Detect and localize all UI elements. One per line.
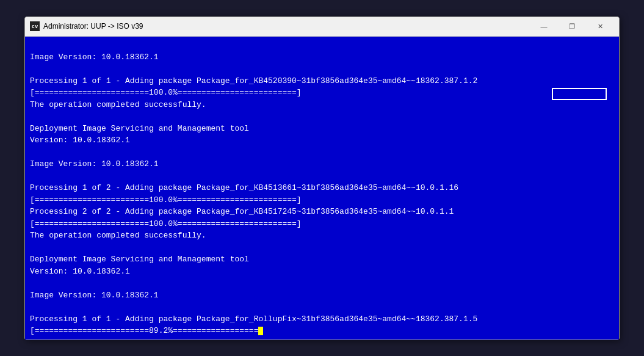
- maximize-button[interactable]: ❐: [558, 16, 586, 36]
- title-bar: cv Administrator: UUP -> ISO v39 — ❐ ✕: [25, 17, 619, 37]
- minimize-button[interactable]: —: [530, 16, 558, 36]
- close-button[interactable]: ✕: [586, 16, 614, 36]
- app-icon: cv: [30, 21, 40, 31]
- terminal-output[interactable]: [========================100.0%=========…: [25, 37, 619, 340]
- terminal-area: [========================100.0%=========…: [25, 37, 619, 340]
- window-controls: — ❐ ✕: [530, 16, 614, 36]
- window-title: Administrator: UUP -> ISO v39: [43, 22, 530, 31]
- terminal-window: cv Administrator: UUP -> ISO v39 — ❐ ✕ […: [24, 16, 620, 340]
- app-icon-text: cv: [32, 23, 38, 29]
- terminal-cursor: [258, 327, 263, 335]
